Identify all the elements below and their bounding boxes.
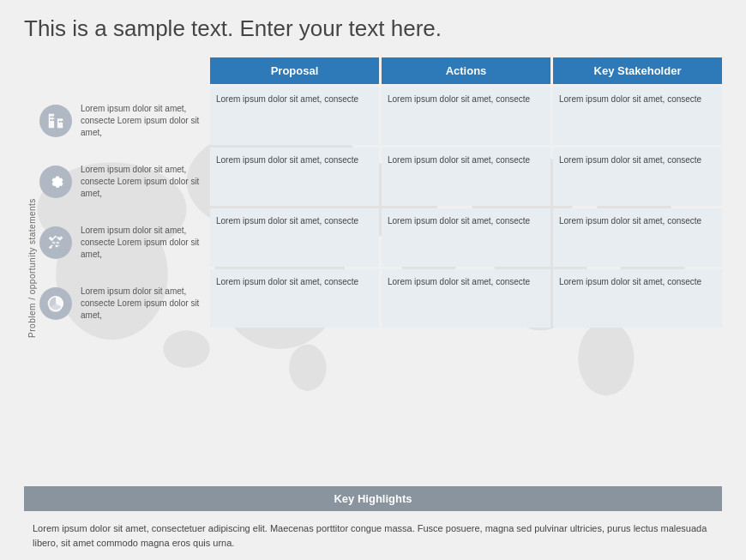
svg-rect-20 bbox=[61, 121, 63, 123]
row-icon-gear bbox=[39, 166, 72, 198]
main-title: This is a sample text. Enter your text h… bbox=[24, 15, 722, 42]
row-item-2: Lorem ipsum dolor sit amet, consecte Lor… bbox=[39, 214, 207, 272]
vertical-label: Problem / opportunity statements bbox=[27, 198, 37, 338]
header-proposal: Proposal bbox=[210, 57, 379, 84]
problem-text-2: Lorem ipsum dolor sit amet, consecte Lor… bbox=[77, 218, 207, 268]
problem-text-0: Lorem ipsum dolor sit amet, consecte Lor… bbox=[77, 96, 207, 146]
cell-proposal-3: Lorem ipsum dolor sit amet, consecte bbox=[210, 269, 379, 328]
row-icon-handshake bbox=[39, 226, 72, 259]
header-stakeholder: Key Stakeholder bbox=[553, 57, 722, 84]
cell-stakeholder-1: Lorem ipsum dolor sit amet, consecte bbox=[553, 148, 722, 206]
cell-proposal-0: Lorem ipsum dolor sit amet, consecte bbox=[210, 87, 379, 145]
highlights-text: Lorem ipsum dolor sit amet, consectetuer… bbox=[24, 511, 722, 560]
row-item-0: Lorem ipsum dolor sit amet, consecte Lor… bbox=[39, 92, 207, 150]
table-row-2: Lorem ipsum dolor sit amet, consecteLore… bbox=[210, 208, 722, 267]
cell-stakeholder-2: Lorem ipsum dolor sit amet, consecte bbox=[553, 208, 722, 267]
row-item-3: Lorem ipsum dolor sit amet, consecte Lor… bbox=[39, 274, 207, 333]
svg-rect-18 bbox=[52, 119, 54, 121]
svg-rect-15 bbox=[51, 117, 52, 118]
table-header: Proposal Actions Key Stakeholder bbox=[210, 57, 722, 84]
key-highlights-bar: Key Highlights bbox=[24, 486, 722, 511]
svg-rect-19 bbox=[59, 121, 61, 123]
svg-rect-16 bbox=[52, 117, 54, 118]
vertical-label-wrap: Problem / opportunity statements bbox=[24, 57, 39, 478]
cell-proposal-1: Lorem ipsum dolor sit amet, consecte bbox=[210, 148, 379, 206]
table-row-0: Lorem ipsum dolor sit amet, consecteLore… bbox=[210, 87, 722, 145]
row-item-1: Lorem ipsum dolor sit amet, consecte Lor… bbox=[39, 153, 207, 211]
cell-actions-1: Lorem ipsum dolor sit amet, consecte bbox=[382, 148, 550, 206]
svg-rect-17 bbox=[51, 119, 52, 121]
cell-actions-2: Lorem ipsum dolor sit amet, consecte bbox=[382, 208, 550, 267]
cell-actions-0: Lorem ipsum dolor sit amet, consecte bbox=[382, 87, 550, 145]
cell-proposal-2: Lorem ipsum dolor sit amet, consecte bbox=[210, 208, 379, 267]
bottom-section: Key Highlights Lorem ipsum dolor sit ame… bbox=[24, 486, 722, 560]
table-body: Lorem ipsum dolor sit amet, consecteLore… bbox=[210, 87, 722, 328]
problem-text-3: Lorem ipsum dolor sit amet, consecte Lor… bbox=[77, 279, 207, 328]
cell-stakeholder-3: Lorem ipsum dolor sit amet, consecte bbox=[553, 269, 722, 328]
cell-actions-3: Lorem ipsum dolor sit amet, consecte bbox=[382, 269, 550, 328]
row-icon-chart bbox=[39, 287, 72, 320]
problem-text-1: Lorem ipsum dolor sit amet, consecte Lor… bbox=[77, 157, 207, 207]
table-row-3: Lorem ipsum dolor sit amet, consecteLore… bbox=[210, 269, 722, 328]
svg-rect-14 bbox=[57, 118, 63, 128]
row-icon-building bbox=[39, 105, 72, 137]
header-actions: Actions bbox=[382, 57, 550, 84]
cell-stakeholder-0: Lorem ipsum dolor sit amet, consecte bbox=[553, 87, 722, 145]
table-row-1: Lorem ipsum dolor sit amet, consecteLore… bbox=[210, 148, 722, 206]
